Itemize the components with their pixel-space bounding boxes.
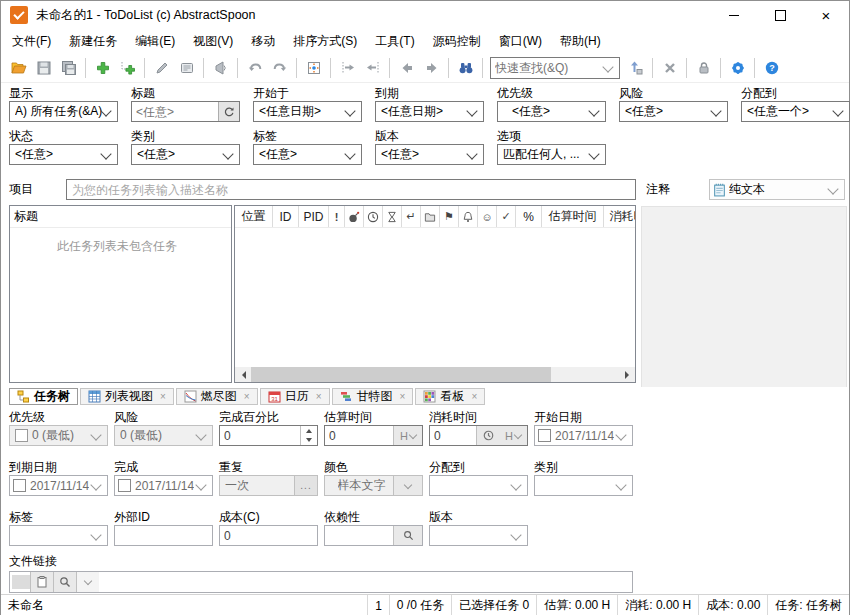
move-task-left-button[interactable] [360,56,385,80]
find-next-button[interactable] [623,56,648,80]
date-checkbox[interactable] [538,429,551,442]
project-name-input[interactable] [66,179,636,200]
time-spent-field[interactable]: H [429,425,528,446]
column-pid[interactable]: PID [299,206,329,227]
menu-help[interactable]: 帮助(H) [551,30,610,53]
browse-button[interactable]: ... [294,476,317,495]
column-recurrence[interactable]: ↵ [402,206,421,227]
tab-list-view[interactable]: 列表视图× [80,388,174,405]
tags-combo[interactable] [9,525,108,546]
external-id-field[interactable] [114,525,213,546]
scroll-left-button[interactable] [235,367,251,382]
date-checkbox[interactable] [13,479,26,492]
spellcheck-button[interactable] [208,56,233,80]
recurrence-field[interactable]: 一次... [219,475,318,496]
maximize-view-button[interactable] [301,56,326,80]
filter-priority-combo[interactable]: <任意> [497,101,606,122]
filter-tags-combo[interactable]: <任意> [253,144,362,165]
new-subtask-button[interactable] [115,56,140,80]
chevron-down-icon[interactable] [602,61,613,72]
tab-gantt[interactable]: 甘特图× [332,388,414,405]
time-spent-input[interactable] [430,429,476,443]
next-task-button[interactable] [419,56,444,80]
category-combo[interactable] [534,475,633,496]
time-estimate-input[interactable] [325,429,393,443]
previous-task-button[interactable] [394,56,419,80]
file-link-dropdown-button[interactable] [76,572,99,592]
alloc-to-combo[interactable] [429,475,528,496]
column-time-estimate[interactable] [364,206,383,227]
filter-title-input[interactable] [132,105,218,119]
menu-source-control[interactable]: 源码控制 [424,30,490,53]
column-percent[interactable]: % [516,206,542,227]
scrollbar-thumb[interactable] [251,367,551,382]
done-date-picker[interactable]: 2017/11/14 [114,475,213,496]
save-all-button[interactable] [56,56,81,80]
tab-kanban[interactable]: 看板× [415,388,485,405]
open-tasklist-button[interactable] [6,56,31,80]
tab-calendar[interactable]: 31 日历× [260,388,330,405]
percent-done-input[interactable] [220,429,300,443]
time-unit-button[interactable]: H [499,426,527,445]
undo-button[interactable] [242,56,267,80]
color-dropdown-button[interactable] [393,476,422,495]
new-task-button[interactable] [90,56,115,80]
cost-input[interactable] [220,529,317,543]
horizontal-scrollbar[interactable] [235,367,635,382]
column-flag[interactable]: ⚑ [440,206,459,227]
filter-allocto-combo[interactable]: <任意一个> [741,101,850,122]
quick-find-input[interactable] [491,61,604,75]
priority-combo[interactable]: 0 (最低) [9,425,108,446]
edit-task-button[interactable] [149,56,174,80]
menu-tools[interactable]: 工具(T) [366,30,423,53]
start-date-picker[interactable]: 2017/11/14 [534,425,633,446]
version-combo[interactable] [429,525,528,546]
find-tasks-button[interactable] [453,56,478,80]
column-priority[interactable]: ! [329,206,345,227]
filter-display-combo[interactable]: A) 所有任务(&A) [9,101,118,122]
external-id-input[interactable] [115,529,212,543]
tab-close-icon[interactable]: × [160,391,166,402]
column-done[interactable]: ✓ [497,206,516,227]
column-file-link[interactable] [421,206,440,227]
column-icon[interactable]: ☺ [478,206,497,227]
save-button[interactable] [31,56,56,80]
menu-window[interactable]: 窗口(W) [490,30,551,53]
paste-file-link-button[interactable] [30,572,53,592]
menu-file[interactable]: 文件(F) [3,30,60,53]
file-link-field[interactable] [9,571,633,593]
delete-task-button[interactable] [657,56,682,80]
tab-close-icon[interactable]: × [471,391,477,402]
browse-file-link-button[interactable] [53,572,76,592]
due-date-picker[interactable]: 2017/11/14 [9,475,108,496]
filter-title-refresh-button[interactable] [218,102,239,121]
comments-format-combo[interactable]: 纯文本 [709,179,845,200]
quick-find-combobox[interactable] [490,57,620,79]
redo-button[interactable] [267,56,292,80]
menu-move[interactable]: 移动 [242,30,284,53]
track-time-button[interactable] [476,426,499,445]
tab-task-tree[interactable]: 任务树 [9,388,78,405]
column-time-spent[interactable] [383,206,402,227]
minimize-button[interactable] [711,1,757,29]
help-button[interactable]: ? [759,56,784,80]
column-position[interactable]: 位置 [235,206,273,227]
dependency-field[interactable] [324,525,423,546]
menu-view[interactable]: 视图(V) [184,30,242,53]
close-button[interactable]: × [803,1,849,29]
dependency-input[interactable] [325,529,393,543]
filter-due-combo[interactable]: <任意日期> [375,101,484,122]
filter-status-combo[interactable]: <任意> [9,144,118,165]
column-id[interactable]: ID [273,206,299,227]
spinner-buttons[interactable] [300,426,317,445]
filter-category-combo[interactable]: <任意> [131,144,240,165]
tab-close-icon[interactable]: × [400,391,406,402]
move-task-right-button[interactable] [335,56,360,80]
preferences-button[interactable] [725,56,750,80]
column-spent-time[interactable]: 消耗时间 [604,206,636,227]
risk-combo[interactable]: 0 (最低) [114,425,213,446]
menu-new-task[interactable]: 新建任务 [60,30,126,53]
date-checkbox[interactable] [118,479,131,492]
column-risk[interactable] [345,206,364,227]
column-estimate-time[interactable]: 估算时间 [542,206,604,227]
